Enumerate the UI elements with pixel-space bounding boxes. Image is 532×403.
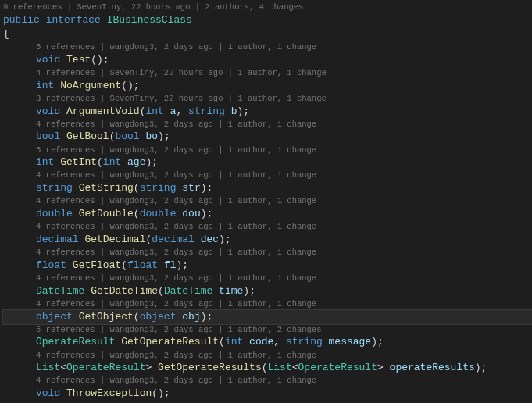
codelens[interactable]: 4 references | wangdong3, 2 days ago | 1… — [3, 195, 532, 207]
code-line[interactable]: string GetString(string str); — [3, 181, 532, 195]
keyword-type: int — [36, 80, 54, 91]
code-line[interactable]: { — [3, 27, 532, 41]
code-line[interactable]: public interface IBusinessClass — [3, 13, 532, 27]
codelens[interactable]: 4 references | SevenTiny, 22 hours ago |… — [3, 67, 532, 79]
keyword-interface: interface — [46, 14, 101, 26]
code-line[interactable]: void ThrowException(); — [3, 387, 532, 401]
codelens[interactable]: 3 references | SevenTiny, 22 hours ago |… — [3, 93, 532, 105]
codelens[interactable]: 4 references | wangdong3, 2 days ago | 1… — [3, 169, 532, 181]
method-name: GetOperateResult — [121, 336, 219, 348]
text-cursor — [212, 311, 212, 323]
parameter-name: dou — [182, 208, 200, 219]
code-line[interactable]: OperateResult GetOperateResult(int code,… — [3, 335, 532, 349]
method-name: GetOperateResults — [158, 362, 262, 373]
type-name: IBusinessClass — [107, 14, 192, 26]
keyword-type: object — [36, 311, 73, 323]
codelens[interactable]: 4 references | wangdong3, 2 days ago | 1… — [3, 273, 532, 284]
parameter-name: obj — [182, 311, 200, 323]
type-name: DateTime — [36, 285, 84, 297]
type-name: List — [36, 362, 60, 373]
parameter-name: fl — [164, 259, 177, 271]
keyword-type: string — [188, 105, 225, 117]
parameter-name: message — [329, 336, 372, 348]
keyword-type: int — [145, 105, 163, 117]
parameter-name: operateResults — [390, 362, 475, 373]
parameter-name: age — [127, 156, 145, 168]
keyword-type: float — [36, 259, 66, 271]
keyword-type: void — [36, 54, 60, 66]
codelens[interactable]: 4 references | wangdong3, 2 days ago | 1… — [3, 375, 532, 387]
method-name: GetDouble — [79, 208, 134, 219]
parameter-name: code — [249, 336, 273, 348]
method-name: Test — [66, 54, 91, 66]
codelens[interactable]: 4 references | wangdong3, 2 days ago | 1… — [3, 119, 532, 130]
parameter-name: b — [231, 105, 237, 117]
open-brace: { — [3, 28, 9, 40]
method-name: GetObject — [79, 311, 134, 323]
keyword-public: public — [3, 14, 40, 26]
codelens[interactable]: 5 references | wangdong3, 2 days ago | 1… — [3, 41, 532, 53]
codelens[interactable]: 4 references | wangdong3, 2 days ago | 1… — [3, 298, 532, 310]
method-name: GetBool — [66, 130, 109, 142]
type-name: OperateResult — [36, 336, 115, 348]
keyword-type: int — [36, 156, 54, 168]
keyword-type: decimal — [152, 234, 195, 245]
keyword-type: object — [140, 311, 177, 323]
keyword-type: float — [127, 259, 158, 271]
code-line[interactable]: bool GetBool(bool bo); — [3, 130, 532, 144]
code-line[interactable]: int NoArgument(); — [3, 79, 532, 93]
code-line[interactable]: decimal GetDecimal(decimal dec); — [3, 233, 532, 247]
code-line[interactable]: float GetFloat(float fl); — [3, 259, 532, 273]
method-name: GetFloat — [73, 259, 121, 271]
method-name: GetDecimal — [84, 234, 145, 245]
code-line[interactable]: object GetObject(object obj); — [3, 310, 532, 324]
code-line[interactable]: DateTime GetDateTime(DateTime time); — [3, 284, 532, 298]
method-name: GetInt — [60, 156, 97, 168]
keyword-type: void — [36, 387, 60, 399]
keyword-type: string — [36, 182, 73, 194]
codelens[interactable]: 4 references | wangdong3, 2 days ago | 1… — [3, 350, 532, 362]
parameter-name: str — [182, 182, 200, 194]
keyword-type: bool — [36, 130, 60, 142]
parameter-name: dec — [201, 234, 219, 245]
keyword-type: int — [225, 336, 243, 348]
code-editor[interactable]: 9 references | SevenTiny, 22 hours ago |… — [0, 0, 532, 403]
keyword-type: bool — [115, 130, 139, 142]
codelens[interactable]: 5 references | wangdong3, 2 days ago | 1… — [3, 324, 532, 336]
keyword-type: void — [36, 105, 60, 117]
code-line[interactable]: void Test(); — [3, 53, 532, 67]
codelens[interactable]: 9 references | SevenTiny, 22 hours ago |… — [3, 2, 532, 13]
code-line[interactable]: double GetDouble(double dou); — [3, 207, 532, 221]
method-name: GetString — [79, 182, 134, 194]
type-name: List — [268, 362, 292, 373]
method-name: NoArgument — [60, 80, 121, 91]
parameter-name: time — [219, 285, 243, 297]
keyword-type: string — [286, 336, 323, 348]
codelens[interactable]: 4 references | wangdong3, 2 days ago | 1… — [3, 247, 532, 259]
method-name: GetDateTime — [91, 285, 158, 297]
method-name: ArgumentVoid — [66, 105, 140, 117]
codelens[interactable]: 4 references | wangdong3, 2 days ago | 1… — [3, 221, 532, 233]
code-line[interactable]: int GetInt(int age); — [3, 155, 532, 169]
code-line[interactable]: void ArgumentVoid(int a, string b); — [3, 105, 532, 119]
codelens[interactable]: 5 references | wangdong3, 2 days ago | 1… — [3, 144, 532, 156]
keyword-type: decimal — [36, 234, 79, 245]
method-name: ThrowException — [66, 387, 152, 399]
type-name: OperateResult — [298, 362, 377, 373]
keyword-type: int — [103, 156, 121, 168]
keyword-type: string — [140, 182, 177, 194]
keyword-type: double — [36, 208, 73, 219]
type-name: OperateResult — [66, 362, 145, 373]
keyword-type: double — [140, 208, 177, 219]
parameter-name: bo — [145, 130, 158, 142]
type-name: DateTime — [164, 285, 212, 297]
parameter-name: a — [170, 105, 177, 117]
code-line[interactable]: List<OperateResult> GetOperateResults(Li… — [3, 361, 532, 375]
